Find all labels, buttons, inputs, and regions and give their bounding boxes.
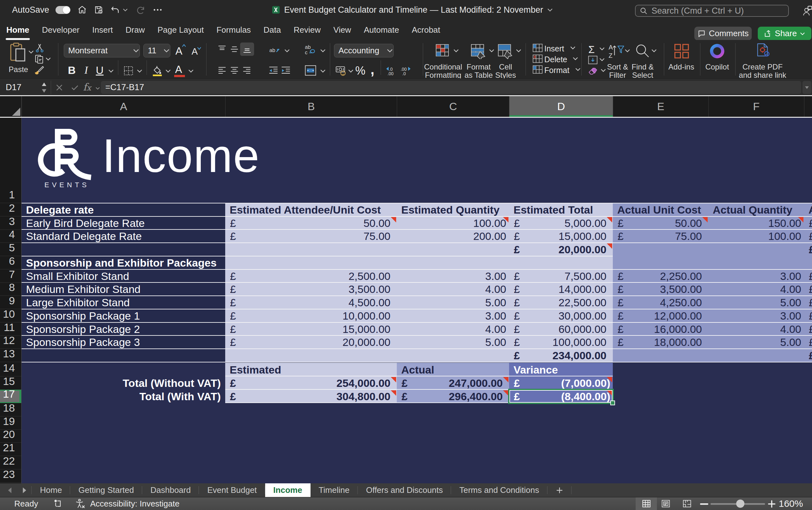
copilot-label[interactable]: Copilot — [705, 63, 729, 71]
delete-cells-label[interactable]: Delete — [544, 55, 567, 64]
row-header-3[interactable]: 3 — [0, 217, 21, 230]
cell-G2[interactable]: Actual Total — [804, 203, 812, 217]
font-size-select[interactable]: 11 — [143, 44, 170, 57]
column-header-A[interactable]: A — [22, 96, 225, 117]
row-header-2[interactable]: 2 — [0, 203, 21, 217]
formula-input[interactable]: =C17-B17 — [101, 81, 801, 94]
fx-chevron-icon[interactable] — [95, 86, 100, 91]
select-all-corner[interactable] — [0, 96, 22, 117]
cell-A17[interactable]: Total (With VAT) — [22, 390, 225, 403]
wrap-text-icon[interactable]: abc — [304, 43, 317, 55]
row-header-6[interactable]: 6 — [0, 256, 21, 270]
cell-C15[interactable]: £247,000.00 — [397, 376, 509, 390]
align-bottom-icon[interactable] — [240, 42, 254, 56]
cell-F12[interactable]: 5.00 — [708, 336, 804, 349]
cell-D4[interactable]: £15,000.00 — [509, 230, 613, 243]
cell-G10[interactable]: £ — [804, 309, 812, 322]
undo-icon[interactable] — [110, 5, 120, 15]
formula-bar-expand-icon[interactable] — [803, 81, 811, 94]
sort-filter-icon[interactable]: AZ — [608, 42, 626, 60]
row-header-5[interactable]: 5 — [0, 243, 21, 256]
cell-B8[interactable]: £3,500.00 — [225, 283, 397, 296]
find-select-icon[interactable] — [634, 42, 651, 60]
more-commands-icon[interactable] — [153, 5, 162, 15]
copy-icon[interactable] — [34, 54, 44, 64]
undo-chevron-icon[interactable] — [122, 7, 128, 13]
cancel-icon[interactable] — [55, 83, 63, 92]
cell-A4[interactable]: Standard Delegate Rate — [22, 230, 225, 243]
cell-G5[interactable]: £ — [804, 243, 812, 256]
cell-B15[interactable]: £254,000.00 — [225, 376, 397, 390]
cell-D14[interactable]: Variance — [509, 363, 613, 376]
cell-F8[interactable]: 4.00 — [708, 283, 804, 296]
cell-B12[interactable]: £20,000.00 — [225, 336, 397, 349]
cell-C11[interactable]: 4.00 — [397, 322, 509, 336]
align-center-icon[interactable] — [230, 65, 239, 75]
cell-D9[interactable]: £22,500.00 — [509, 296, 613, 309]
zoom-out-icon[interactable] — [699, 503, 709, 505]
ribbon-tab-review[interactable]: Review — [294, 25, 321, 35]
font-color-icon[interactable]: A — [175, 63, 182, 76]
enter-icon[interactable] — [70, 83, 79, 92]
paste-button[interactable] — [9, 42, 27, 63]
borders-chevron-icon[interactable] — [137, 68, 143, 74]
increase-font-size-button[interactable]: A — [175, 45, 182, 57]
redo-icon[interactable] — [136, 5, 145, 15]
cell-C12[interactable]: 5.00 — [397, 336, 509, 349]
conditional-formatting-chevron-icon[interactable] — [453, 48, 459, 54]
align-top-icon[interactable] — [217, 45, 227, 54]
zoom-slider-knob[interactable] — [736, 499, 745, 508]
ribbon-tab-insert[interactable]: Insert — [92, 25, 113, 35]
page-break-view-icon[interactable] — [683, 500, 691, 508]
add-ins-icon[interactable] — [674, 43, 690, 58]
cell-styles-icon[interactable] — [497, 43, 514, 59]
ribbon-tab-automate[interactable]: Automate — [364, 25, 399, 35]
ribbon-tab-formulas[interactable]: Formulas — [216, 25, 250, 35]
bold-button[interactable]: B — [68, 64, 76, 77]
cell-D11[interactable]: £60,000.00 — [509, 322, 613, 336]
ribbon-tab-page-layout[interactable]: Page Layout — [157, 25, 204, 35]
insert-cells-label[interactable]: Insert — [544, 44, 564, 53]
row-header-22[interactable]: 22 — [0, 456, 21, 470]
ribbon-tab-home[interactable]: Home — [6, 25, 29, 35]
cell-E10[interactable]: £12,000.00 — [613, 309, 708, 322]
format-as-table-icon[interactable] — [470, 43, 487, 59]
row-header-12[interactable]: 12 — [0, 336, 21, 349]
cell-F10[interactable]: 3.00 — [708, 309, 804, 322]
autosave-toggle[interactable] — [56, 6, 70, 14]
merge-chevron-icon[interactable] — [320, 68, 326, 74]
accounting-format-icon[interactable] — [335, 65, 347, 76]
decrease-decimal-icon[interactable]: .00.0 — [399, 65, 412, 76]
cell-E11[interactable]: £16,000.00 — [613, 322, 708, 336]
italic-button[interactable]: I — [84, 64, 88, 76]
cell-D15[interactable]: £(7,000.00) — [509, 376, 613, 390]
sheet-tab-event-budget[interactable]: Event Budget — [199, 483, 265, 497]
cell-B9[interactable]: £4,500.00 — [225, 296, 397, 309]
cell-C10[interactable]: 3.00 — [397, 309, 509, 322]
name-box-stepper[interactable] — [40, 82, 48, 94]
copy-chevron-icon[interactable] — [45, 56, 51, 62]
accounting-chevron-icon[interactable] — [348, 68, 354, 74]
cell-D8[interactable]: £14,000.00 — [509, 283, 613, 296]
align-middle-icon[interactable] — [230, 45, 239, 54]
comma-style-button[interactable]: , — [370, 62, 374, 78]
zoom-level[interactable]: 160% — [779, 497, 803, 510]
cell-D5[interactable]: £20,000.00 — [509, 243, 613, 256]
cell-A15[interactable]: Total (Without VAT) — [22, 376, 225, 390]
search-input[interactable]: Search (Cmd + Ctrl + U) — [635, 5, 789, 17]
cell-C4[interactable]: 200.00 — [397, 230, 509, 243]
copilot-icon[interactable] — [709, 42, 726, 60]
format-painter-icon[interactable] — [34, 65, 44, 76]
cell-styles-chevron-icon[interactable] — [515, 48, 522, 54]
name-box[interactable]: D17 — [6, 79, 22, 96]
ribbon-tab-draw[interactable]: Draw — [126, 25, 145, 35]
conditional-formatting-label[interactable]: ConditionalFormatting — [424, 63, 462, 79]
add-sheet-button[interactable] — [547, 483, 572, 497]
cell-B10[interactable]: £10,000.00 — [225, 309, 397, 322]
decrease-font-size-button[interactable]: A — [191, 46, 198, 57]
cell-C17[interactable]: £296,400.00 — [397, 390, 509, 403]
cell-C8[interactable]: 4.00 — [397, 283, 509, 296]
cell-F3[interactable]: 150.00 — [708, 217, 804, 230]
sort-filter-label[interactable]: Sort &Filter — [607, 63, 628, 79]
format-cells-icon[interactable] — [532, 65, 543, 74]
